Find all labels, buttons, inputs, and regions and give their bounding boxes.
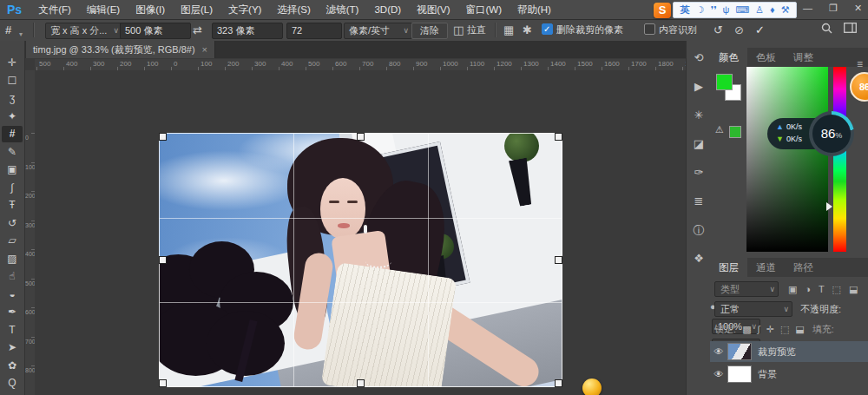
crop-handle[interactable] (357, 379, 365, 387)
reset-crop-icon[interactable]: ↺ (713, 23, 723, 37)
tab-paths[interactable]: 路径 (785, 258, 822, 277)
usage-gauge-widget[interactable]: 86% (809, 111, 854, 156)
clothes-icon[interactable]: ♦ (770, 4, 775, 15)
quotes-icon[interactable]: ❜❜ (710, 4, 716, 15)
shape-tool[interactable]: ✿ (2, 358, 23, 374)
tool-presets-panel-icon[interactable]: ≣ (687, 194, 711, 207)
search-icon[interactable] (821, 23, 832, 37)
floating-ball-icon[interactable] (582, 379, 602, 395)
menu-item-文字(Y)[interactable]: 文字(Y) (220, 4, 269, 15)
straighten-button[interactable]: 拉直 (467, 23, 486, 37)
crop-width-input[interactable]: 500 像素 (120, 23, 191, 39)
crop-handle[interactable] (159, 379, 167, 387)
visibility-eye-icon[interactable]: 👁 (710, 369, 727, 379)
menu-item-视图(V)[interactable]: 视图(V) (409, 4, 457, 15)
path-select-tool[interactable]: ➤ (2, 339, 23, 356)
panel-menu-icon[interactable]: ≡ (857, 58, 863, 70)
brush-tool[interactable]: ∫ (2, 180, 23, 196)
menu-item-编辑(E)[interactable]: 编辑(E) (79, 4, 128, 15)
crop-preset-select[interactable]: 宽 x 高 x 分...∨ (45, 23, 122, 39)
menu-item-选择(S)[interactable]: 选择(S) (269, 4, 318, 15)
gamut-color-swatch[interactable] (729, 126, 741, 138)
crop-handle[interactable] (555, 379, 562, 387)
crop-handle[interactable] (159, 133, 167, 141)
visibility-eye-icon[interactable]: 👁 (710, 346, 727, 357)
layer-row-crop-preview[interactable]: 👁 裁剪预览 (710, 341, 868, 362)
crop-settings-gear-icon[interactable]: ✱ (523, 23, 532, 37)
history-brush-tool[interactable]: ↺ (2, 215, 23, 232)
menu-item-图像(I)[interactable]: 图像(I) (128, 4, 173, 15)
resolution-unit-select[interactable]: 像素/英寸∨ (344, 23, 412, 39)
horizontal-ruler[interactable]: 5004003002001000100200300400500600700800… (35, 59, 686, 71)
libraries-panel-icon[interactable]: ◪ (687, 137, 711, 150)
type-tool[interactable]: T (2, 322, 23, 339)
pen-tool[interactable]: ✒ (2, 304, 23, 320)
content-aware-checkbox[interactable]: 内容识别 (644, 23, 697, 37)
tab-color[interactable]: 颜色 (710, 48, 747, 67)
move-tool[interactable]: ✛ (2, 55, 23, 71)
canvas[interactable] (35, 70, 686, 395)
magic-wand-tool[interactable]: ✦ (2, 109, 23, 125)
crop-marquee[interactable] (159, 133, 562, 387)
smudge-tool[interactable]: ☝ (2, 268, 23, 285)
menu-item-图层(L)[interactable]: 图层(L) (173, 4, 220, 15)
keyboard-icon[interactable]: ⌨ (735, 4, 749, 15)
lock-icons[interactable]: ▩ ∫ ✛ ⬚ ⬓ (742, 324, 806, 334)
workspace-icon[interactable] (844, 23, 857, 37)
tab-channels[interactable]: 通道 (747, 258, 785, 277)
wrench-icon[interactable]: ⚒ (781, 4, 790, 15)
commit-crop-icon[interactable]: ✓ (755, 23, 765, 37)
layer-row-background[interactable]: 👁 背景 (710, 364, 868, 385)
microphone-icon[interactable]: ψ (722, 4, 729, 15)
menu-item-窗口(W)[interactable]: 窗口(W) (457, 4, 510, 15)
menu-item-帮助(H)[interactable]: 帮助(H) (510, 4, 559, 15)
crop-handle[interactable] (555, 133, 562, 141)
close-button[interactable]: ✕ (854, 3, 862, 14)
menu-item-3D(D)[interactable]: 3D(D) (366, 4, 409, 15)
healing-brush-tool[interactable]: ▣ (2, 161, 23, 178)
lasso-tool[interactable]: ʒ (2, 90, 23, 107)
brushes-panel-icon[interactable]: ✑ (687, 166, 711, 179)
dodge-tool[interactable]: ◒ (2, 286, 23, 303)
document-tab[interactable]: timg.jpg @ 33.3% (裁剪预览, RGB/8#) × (26, 41, 215, 58)
cancel-crop-icon[interactable]: ⊘ (734, 23, 744, 37)
delete-cropped-pixels-checkbox[interactable]: 删除裁剪的像素 (542, 23, 623, 37)
eraser-tool[interactable]: ▱ (2, 233, 23, 249)
tab-swatches[interactable]: 色板 (747, 48, 785, 67)
crop-handle[interactable] (555, 256, 562, 264)
menu-item-文件(F)[interactable]: 文件(F) (30, 4, 79, 15)
gamut-warning-icon[interactable]: ⚠ (715, 124, 724, 135)
blend-mode-select[interactable]: 正常∨ (714, 301, 792, 317)
tab-adjustments[interactable]: 调整 (785, 48, 822, 67)
adjustments-panel-icon[interactable]: ✳ (687, 109, 711, 122)
minimize-button[interactable]: — (803, 3, 812, 13)
hue-slider[interactable] (833, 67, 846, 252)
actions-panel-icon[interactable]: ▶ (687, 80, 711, 93)
layer-thumbnail[interactable] (727, 343, 752, 360)
foreground-color-swatch[interactable] (716, 74, 733, 90)
swap-dimensions-icon[interactable]: ⇄ (193, 23, 202, 37)
info-panel-icon[interactable]: ⓘ (687, 223, 711, 239)
layer-thumbnail[interactable] (727, 365, 752, 383)
resolution-input[interactable]: 72 (286, 23, 342, 39)
crop-height-input[interactable]: 323 像素 (212, 23, 283, 39)
crop-tool-badge-icon[interactable]: # (5, 23, 11, 37)
character-panel-icon[interactable]: ❖ (687, 252, 711, 265)
zoom-tool[interactable]: Q (2, 375, 23, 392)
sogou-logo-icon[interactable]: S (654, 3, 671, 18)
restore-button[interactable]: ❐ (829, 3, 838, 14)
photo-crop-preview[interactable] (159, 133, 562, 387)
marquee-tool[interactable]: ☐ (2, 73, 23, 89)
crop-handle[interactable] (357, 133, 365, 141)
eyedropper-tool[interactable]: ✎ (2, 144, 23, 161)
gradient-tool[interactable]: ▨ (2, 251, 23, 267)
language-indicator[interactable]: 英 (681, 3, 690, 17)
clear-button[interactable]: 清除 (411, 23, 448, 39)
moon-icon[interactable]: ☽ (696, 4, 705, 15)
crop-handle[interactable] (159, 256, 167, 264)
clone-stamp-tool[interactable]: Ŧ (2, 197, 23, 214)
history-panel-icon[interactable]: ⟲ (687, 51, 711, 64)
layer-filter-select[interactable]: 类型∨ (714, 281, 779, 297)
person-icon[interactable]: ♙ (755, 4, 764, 15)
crop-overlay-grid-icon[interactable]: ▦ (503, 23, 514, 37)
